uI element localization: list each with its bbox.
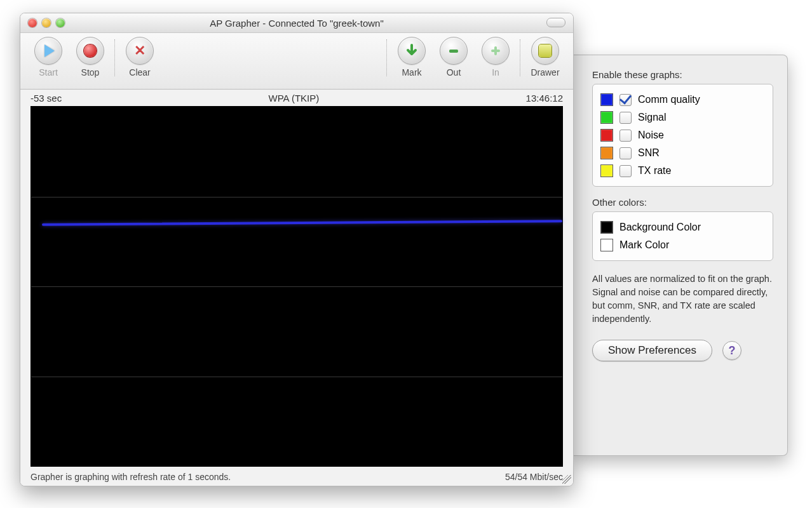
- option-noise[interactable]: Noise: [600, 126, 765, 144]
- enable-graphs-box: Comm quality Signal Noise SNR TX rate: [592, 84, 773, 187]
- gridline: [31, 197, 562, 197]
- option-snr[interactable]: SNR: [600, 144, 765, 162]
- plus-icon: [489, 44, 503, 58]
- enable-graphs-heading: Enable these graphs:: [592, 69, 773, 80]
- option-signal[interactable]: Signal: [600, 109, 765, 126]
- checkbox-txrate[interactable]: [619, 165, 632, 177]
- toolbar-separator: [520, 39, 521, 76]
- option-mark-color[interactable]: Mark Color: [600, 236, 765, 254]
- swatch-comm-quality[interactable]: [600, 93, 613, 106]
- minimize-icon[interactable]: [42, 18, 51, 27]
- toolbar-toggle-icon[interactable]: [546, 18, 565, 27]
- help-button[interactable]: ?: [722, 341, 741, 360]
- option-txrate[interactable]: TX rate: [600, 162, 765, 180]
- toolbar-separator: [386, 39, 388, 76]
- drawer-button[interactable]: Drawer: [529, 37, 562, 77]
- elapsed-time: -53 sec: [30, 93, 62, 104]
- status-message: Grapher is graphing with refresh rate of…: [30, 472, 231, 482]
- drawer-note: All values are normalized to fit on the …: [592, 272, 773, 326]
- minus-icon: [447, 44, 461, 58]
- label-comm-quality: Comm quality: [638, 94, 700, 105]
- label-noise: Noise: [638, 130, 664, 141]
- clear-icon: ✕: [134, 43, 145, 59]
- swatch-background-color[interactable]: [600, 221, 613, 234]
- swatch-signal[interactable]: [600, 111, 613, 124]
- checkbox-comm-quality[interactable]: [619, 94, 632, 106]
- resize-grip-icon[interactable]: [562, 475, 571, 484]
- stop-icon: [84, 44, 97, 57]
- show-preferences-button[interactable]: Show Preferences: [592, 340, 712, 361]
- drawer-icon: [539, 44, 551, 57]
- titlebar[interactable]: AP Grapher - Connected To "greek-town": [20, 13, 573, 33]
- swatch-txrate[interactable]: [600, 164, 613, 177]
- series-comm-quality: [42, 220, 562, 226]
- close-icon[interactable]: [28, 18, 37, 27]
- zoom-out-button[interactable]: Out: [437, 37, 470, 77]
- swatch-noise[interactable]: [600, 129, 613, 142]
- swatch-snr[interactable]: [600, 147, 613, 159]
- label-mark-color: Mark Color: [619, 239, 669, 251]
- zoom-in-button[interactable]: In: [479, 37, 512, 77]
- svg-rect-2: [494, 46, 497, 55]
- mark-button[interactable]: Mark: [395, 37, 428, 77]
- start-button[interactable]: Start: [32, 37, 65, 77]
- gridline: [31, 286, 562, 287]
- graph-area[interactable]: [30, 106, 563, 467]
- checkbox-snr[interactable]: [619, 147, 632, 159]
- clear-button[interactable]: ✕ Clear: [123, 37, 156, 77]
- option-comm-quality[interactable]: Comm quality: [600, 91, 765, 109]
- toolbar-separator: [114, 39, 116, 76]
- other-colors-box: Background Color Mark Color: [592, 211, 773, 261]
- toolbar: Start Stop ✕ Clear: [20, 33, 573, 90]
- main-window: AP Grapher - Connected To "greek-town" S…: [20, 13, 574, 486]
- zoom-icon[interactable]: [56, 18, 65, 27]
- swatch-mark-color[interactable]: [600, 239, 613, 251]
- window-title: AP Grapher - Connected To "greek-town": [20, 18, 573, 29]
- clock-time: 13:46:12: [526, 93, 563, 104]
- label-signal: Signal: [638, 112, 666, 123]
- drawer-panel: Enable these graphs: Comm quality Signal…: [572, 55, 788, 456]
- security-mode: WPA (TKIP): [62, 93, 525, 104]
- info-bar: -53 sec WPA (TKIP) 13:46:12: [20, 90, 573, 106]
- label-background-color: Background Color: [619, 222, 701, 233]
- checkbox-noise[interactable]: [619, 130, 632, 142]
- stop-button[interactable]: Stop: [74, 37, 107, 77]
- checkbox-signal[interactable]: [619, 112, 632, 124]
- gridline: [31, 377, 562, 377]
- play-icon: [44, 44, 55, 57]
- label-txrate: TX rate: [638, 165, 671, 177]
- status-rate: 54/54 Mbit/sec: [505, 472, 563, 482]
- svg-rect-0: [449, 50, 458, 53]
- status-bar: Grapher is graphing with refresh rate of…: [20, 468, 573, 486]
- other-colors-heading: Other colors:: [592, 197, 773, 208]
- option-background-color[interactable]: Background Color: [600, 218, 765, 236]
- label-snr: SNR: [638, 147, 660, 159]
- down-arrow-icon: [405, 44, 419, 58]
